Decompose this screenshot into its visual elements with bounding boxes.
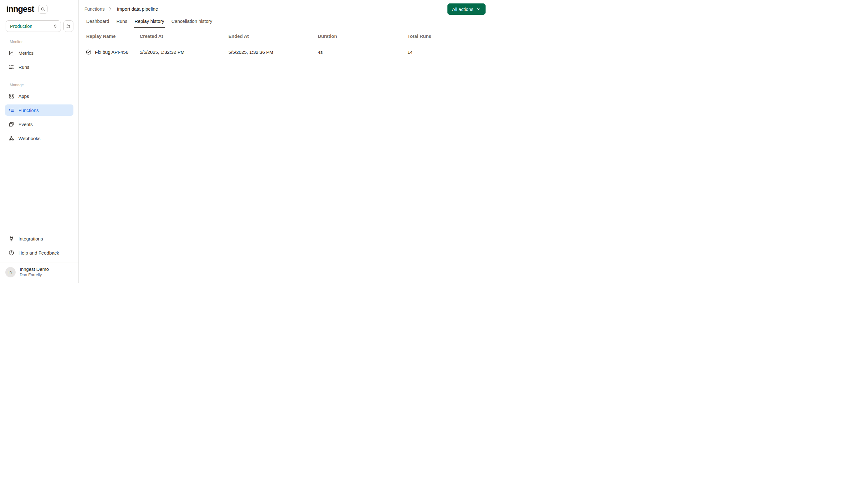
- user-org: Inngest Demo: [20, 266, 49, 273]
- tab-runs[interactable]: Runs: [116, 18, 127, 28]
- tab-bar: Dashboard Runs Replay history Cancellati…: [79, 18, 490, 28]
- tab-dashboard[interactable]: Dashboard: [86, 18, 109, 28]
- user-name: Dan Farrelly: [20, 273, 49, 278]
- chevron-right-icon: [108, 6, 112, 11]
- tab-cancellation-history[interactable]: Cancellation history: [171, 18, 212, 28]
- shapes-grid-icon: [9, 93, 14, 99]
- section-label-monitor: Monitor: [10, 40, 74, 44]
- chevron-up-down-icon: [53, 24, 57, 29]
- sidebar-item-apps[interactable]: Apps: [5, 90, 74, 102]
- total-runs-cell: 14: [407, 50, 490, 55]
- chevron-down-icon: [476, 7, 481, 11]
- empty-area: [79, 60, 490, 283]
- sidebar-item-label: Runs: [19, 64, 29, 70]
- webhook-icon: [9, 136, 14, 141]
- sidebar-item-label: Events: [19, 122, 33, 127]
- search-icon: [41, 7, 45, 12]
- plug-icon: [9, 236, 14, 242]
- replay-name: Fix bug API-456: [95, 50, 129, 55]
- search-button[interactable]: [39, 5, 47, 14]
- sidebar-item-label: Help and Feedback: [19, 250, 59, 256]
- environment-value: Production: [10, 23, 33, 29]
- sidebar-item-functions[interactable]: Functions: [5, 105, 74, 116]
- all-actions-label: All actions: [452, 7, 473, 12]
- breadcrumb-functions-link[interactable]: Functions: [84, 6, 105, 12]
- sidebar-item-label: Integrations: [19, 236, 43, 242]
- copy-squares-icon: [9, 121, 14, 127]
- breadcrumb: Functions Import data pipeline: [84, 6, 158, 12]
- ended-at-cell: 5/5/2025, 1:32:36 PM: [228, 50, 318, 55]
- inngest-logo[interactable]: inngest: [6, 5, 34, 13]
- breadcrumb-current: Import data pipeline: [117, 6, 158, 12]
- function-list-icon: [9, 107, 14, 113]
- sidebar-item-help[interactable]: Help and Feedback: [5, 247, 74, 258]
- list-lines-icon: [9, 64, 14, 70]
- sidebar-item-label: Apps: [19, 94, 29, 99]
- table-row[interactable]: Fix bug API-456 5/5/2025, 1:32:32 PM 5/5…: [79, 44, 490, 60]
- sidebar-item-integrations[interactable]: Integrations: [5, 233, 74, 244]
- duration-cell: 4s: [318, 50, 407, 55]
- column-header-duration: Duration: [318, 33, 407, 39]
- sidebar-section-monitor: Monitor Metrics Runs: [0, 40, 78, 75]
- sidebar-item-label: Functions: [19, 108, 39, 113]
- sidebar-footer: Integrations Help and Feedback: [0, 233, 78, 258]
- avatar: IN: [5, 267, 15, 277]
- sidebar-item-runs[interactable]: Runs: [5, 61, 74, 73]
- sidebar-item-metrics[interactable]: Metrics: [5, 47, 74, 58]
- sidebar: inngest Production Monitor: [0, 0, 79, 283]
- sidebar-item-events[interactable]: Events: [5, 118, 74, 130]
- sidebar-section-manage: Manage Apps Functions Events: [0, 83, 78, 147]
- chart-line-icon: [9, 50, 14, 56]
- sidebar-item-webhooks[interactable]: Webhooks: [5, 132, 74, 144]
- help-circle-icon: [9, 250, 14, 256]
- tab-replay-history[interactable]: Replay history: [134, 18, 164, 28]
- table-header-row: Replay Name Created At Ended At Duration…: [79, 28, 490, 44]
- main-content: Functions Import data pipeline All actio…: [79, 0, 490, 283]
- environment-select[interactable]: Production: [6, 20, 61, 32]
- app-window: inngest Production Monitor: [0, 0, 490, 283]
- sidebar-item-label: Webhooks: [19, 136, 41, 141]
- environment-filter-button[interactable]: [64, 20, 74, 32]
- created-at-cell: 5/5/2025, 1:32:32 PM: [140, 50, 228, 55]
- topbar: Functions Import data pipeline All actio…: [79, 0, 490, 18]
- column-header-total-runs: Total Runs: [407, 33, 490, 39]
- column-header-created-at: Created At: [140, 33, 228, 39]
- user-menu[interactable]: IN Inngest Demo Dan Farrelly: [0, 263, 78, 283]
- column-header-replay-name: Replay Name: [86, 33, 140, 39]
- check-circle-icon: [86, 49, 91, 55]
- all-actions-button[interactable]: All actions: [448, 3, 485, 15]
- sidebar-item-label: Metrics: [19, 50, 33, 56]
- section-label-manage: Manage: [10, 83, 74, 87]
- column-header-ended-at: Ended At: [228, 33, 318, 39]
- sliders-icon: [66, 24, 71, 29]
- sidebar-spacer: [0, 147, 78, 233]
